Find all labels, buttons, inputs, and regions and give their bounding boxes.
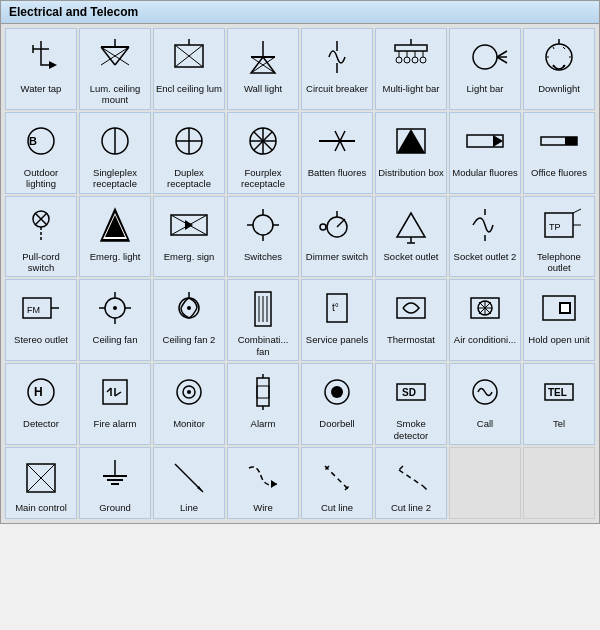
list-item[interactable]: Encl ceiling lum — [153, 28, 225, 110]
detector-label: Detector — [23, 418, 59, 429]
symbol-grid: Water tap Lum. ceiling mount — [1, 24, 599, 523]
tel-label: Tel — [553, 418, 565, 429]
combination-fan-label: Combinati... fan — [230, 334, 296, 357]
list-item[interactable]: B Outdoor lighting — [5, 112, 77, 194]
duplex-receptacle-label: Duplex receptacle — [156, 167, 222, 190]
list-item[interactable]: Monitor — [153, 363, 225, 445]
list-item[interactable]: SD Smoke detector — [375, 363, 447, 445]
list-item[interactable]: Lum. ceiling mount — [79, 28, 151, 110]
list-item[interactable]: Fourplex receptacle — [227, 112, 299, 194]
list-item[interactable]: Socket outlet — [375, 196, 447, 278]
list-item[interactable]: Dimmer switch — [301, 196, 373, 278]
fire-alarm-label: Fire alarm — [94, 418, 137, 429]
list-item[interactable]: Thermostat — [375, 279, 447, 361]
list-item[interactable]: Downlight — [523, 28, 595, 110]
list-item[interactable]: Ground — [79, 447, 151, 519]
socket-outlet-label: Socket outlet — [384, 251, 439, 262]
doorbell-icon — [311, 368, 363, 416]
list-item[interactable]: Cut line — [301, 447, 373, 519]
svg-point-30 — [420, 57, 426, 63]
list-item[interactable]: Combinati... fan — [227, 279, 299, 361]
empty-cell — [523, 447, 595, 519]
smoke-detector-label: Smoke detector — [378, 418, 444, 441]
list-item[interactable]: Ceiling fan — [79, 279, 151, 361]
stereo-outlet-icon: FM — [15, 284, 67, 332]
encl-ceiling-lum-icon — [163, 33, 215, 81]
list-item[interactable]: Singleplex receptacle — [79, 112, 151, 194]
svg-line-38 — [553, 47, 554, 49]
title-bar: Electrical and Telecom — [1, 1, 599, 24]
list-item[interactable]: Batten fluores — [301, 112, 373, 194]
alarm-icon — [237, 368, 289, 416]
office-fluores-label: Office fluores — [531, 167, 587, 178]
list-item[interactable]: Water tap — [5, 28, 77, 110]
call-label: Call — [477, 418, 493, 429]
svg-line-7 — [115, 47, 129, 65]
ceiling-fan-label: Ceiling fan — [93, 334, 138, 345]
list-item[interactable]: Socket outlet 2 — [449, 196, 521, 278]
svg-rect-132 — [257, 378, 269, 406]
wall-light-label: Wall light — [244, 83, 282, 94]
list-item[interactable]: Switches — [227, 196, 299, 278]
line-icon — [163, 452, 215, 500]
cut-line-2-icon — [385, 452, 437, 500]
svg-rect-63 — [565, 137, 577, 145]
switches-label: Switches — [244, 251, 282, 262]
service-panels-label: Service panels — [306, 334, 368, 345]
list-item[interactable]: Alarm — [227, 363, 299, 445]
svg-line-128 — [115, 392, 121, 396]
list-item[interactable]: Air conditioni... — [449, 279, 521, 361]
multi-light-bar-icon — [385, 33, 437, 81]
dimmer-switch-label: Dimmer switch — [306, 251, 368, 262]
list-item[interactable]: Multi-light bar — [375, 28, 447, 110]
list-item[interactable]: Office fluores — [523, 112, 595, 194]
list-item[interactable]: Modular fluores — [449, 112, 521, 194]
svg-point-83 — [320, 224, 326, 230]
list-item[interactable]: Call — [449, 363, 521, 445]
list-item[interactable]: Cut line 2 — [375, 447, 447, 519]
list-item[interactable]: Distribution box — [375, 112, 447, 194]
list-item[interactable]: TP Telephone outlet — [523, 196, 595, 278]
doorbell-label: Doorbell — [319, 418, 354, 429]
window: Electrical and Telecom Water tap — [0, 0, 600, 524]
cut-line-icon — [311, 452, 363, 500]
list-item[interactable]: Ceiling fan 2 — [153, 279, 225, 361]
list-item[interactable]: Duplex receptacle — [153, 112, 225, 194]
water-tap-label: Water tap — [21, 83, 62, 94]
list-item[interactable]: Emerg. light — [79, 196, 151, 278]
air-conditioning-icon — [459, 284, 511, 332]
list-item[interactable]: H Detector — [5, 363, 77, 445]
list-item[interactable]: Circuit breaker — [301, 28, 373, 110]
list-item[interactable]: Light bar — [449, 28, 521, 110]
circuit-breaker-label: Circuit breaker — [306, 83, 368, 94]
service-panels-icon: t° — [311, 284, 363, 332]
svg-rect-22 — [395, 45, 427, 51]
list-item[interactable]: Hold open unit — [523, 279, 595, 361]
call-icon — [459, 368, 511, 416]
list-item[interactable]: Main control — [5, 447, 77, 519]
list-item[interactable]: TEL Tel — [523, 363, 595, 445]
svg-marker-74 — [185, 220, 193, 230]
svg-line-157 — [399, 466, 403, 470]
list-item[interactable]: Fire alarm — [79, 363, 151, 445]
list-item[interactable]: Line — [153, 447, 225, 519]
encl-ceiling-lum-label: Encl ceiling lum — [156, 83, 222, 94]
modular-fluores-label: Modular fluores — [452, 167, 517, 178]
air-conditioning-label: Air conditioni... — [454, 334, 516, 345]
list-item[interactable]: Pull-cord switch — [5, 196, 77, 278]
singleplex-receptacle-icon — [89, 117, 141, 165]
list-item[interactable]: Emerg. sign — [153, 196, 225, 278]
list-item[interactable]: t° Service panels — [301, 279, 373, 361]
list-item[interactable]: Wire — [227, 447, 299, 519]
list-item[interactable]: Wall light — [227, 28, 299, 110]
fourplex-receptacle-icon — [237, 117, 289, 165]
svg-line-34 — [497, 57, 507, 63]
svg-point-104 — [187, 306, 191, 310]
list-item[interactable]: Doorbell — [301, 363, 373, 445]
svg-point-75 — [253, 215, 273, 235]
list-item[interactable]: FM Stereo outlet — [5, 279, 77, 361]
svg-point-35 — [546, 44, 572, 70]
main-control-icon — [15, 452, 67, 500]
emerg-sign-icon — [163, 201, 215, 249]
batten-fluores-icon — [311, 117, 363, 165]
